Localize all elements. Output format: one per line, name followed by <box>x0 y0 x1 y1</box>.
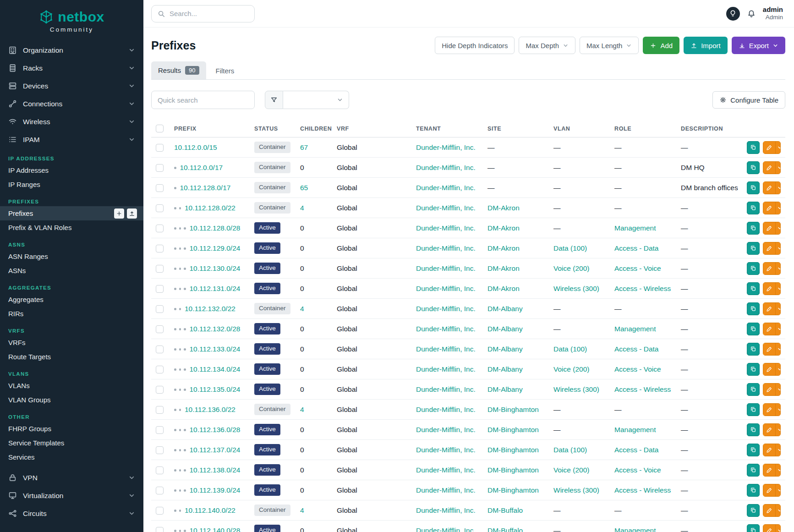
tenant-link[interactable]: Dunder-Mifflin, Inc. <box>416 264 476 272</box>
edit-button[interactable] <box>763 404 775 416</box>
edit-dropdown-button[interactable] <box>775 384 781 395</box>
edit-dropdown-button[interactable] <box>775 182 781 194</box>
edit-dropdown-button[interactable] <box>775 222 781 234</box>
copy-button[interactable] <box>747 504 760 517</box>
copy-button[interactable] <box>747 343 760 356</box>
sidebar-item-racks[interactable]: Racks <box>0 59 143 77</box>
sidebar-item-devices[interactable]: Devices <box>0 77 143 95</box>
sidebar-item-ip-ranges[interactable]: IP Ranges <box>0 177 143 192</box>
row-checkbox[interactable] <box>156 285 164 293</box>
export-button[interactable]: Export <box>732 37 785 54</box>
tenant-link[interactable]: Dunder-Mifflin, Inc. <box>416 406 476 413</box>
copy-button[interactable] <box>747 141 760 154</box>
value-filter-select[interactable] <box>283 91 349 109</box>
copy-button[interactable] <box>747 282 760 295</box>
edit-dropdown-button[interactable] <box>775 363 781 375</box>
prefix-link[interactable]: 10.112.128.0/17 <box>180 184 231 192</box>
sidebar-item-ip-addresses[interactable]: IP Addresses <box>0 163 143 177</box>
tenant-link[interactable]: Dunder-Mifflin, Inc. <box>416 143 476 151</box>
edit-dropdown-button[interactable] <box>775 162 781 174</box>
notifications-bell-icon[interactable] <box>747 9 756 18</box>
role-link[interactable]: Management <box>614 224 656 232</box>
edit-button[interactable] <box>763 202 775 214</box>
edit-button[interactable] <box>763 162 775 174</box>
prefix-link[interactable]: 10.112.140.0/22 <box>185 506 235 514</box>
edit-button[interactable] <box>763 323 775 335</box>
role-link[interactable]: Management <box>614 426 656 433</box>
sidebar-item-ipam[interactable]: IPAM <box>0 131 143 148</box>
prefix-link[interactable]: 10.112.140.0/28 <box>190 527 241 532</box>
tenant-link[interactable]: Dunder-Mifflin, Inc. <box>416 305 476 313</box>
copy-button[interactable] <box>747 383 760 396</box>
user-menu[interactable]: admin Admin <box>763 5 783 21</box>
tenant-link[interactable]: Dunder-Mifflin, Inc. <box>416 204 476 212</box>
copy-button[interactable] <box>747 222 760 235</box>
sidebar-item-vlan-groups[interactable]: VLAN Groups <box>0 393 143 407</box>
prefix-link[interactable]: 10.112.132.0/22 <box>185 305 235 313</box>
copy-button[interactable] <box>747 363 760 376</box>
edit-button[interactable] <box>763 505 775 516</box>
edit-button[interactable] <box>763 182 775 194</box>
quick-import-button[interactable] <box>127 208 137 219</box>
role-link[interactable]: Access - Data <box>614 244 658 252</box>
row-checkbox[interactable] <box>156 527 164 532</box>
role-link[interactable]: Access - Data <box>614 446 658 454</box>
edit-button[interactable] <box>763 363 775 375</box>
site-link[interactable]: DM-Akron <box>487 224 520 232</box>
row-checkbox[interactable] <box>156 144 164 152</box>
row-checkbox[interactable] <box>156 487 164 494</box>
edit-button[interactable] <box>763 424 775 436</box>
tenant-link[interactable]: Dunder-Mifflin, Inc. <box>416 224 476 232</box>
edit-button[interactable] <box>763 142 775 154</box>
prefix-link[interactable]: 10.112.0.0/15 <box>174 143 217 151</box>
sidebar-item-organization[interactable]: Organization <box>0 41 143 59</box>
tenant-link[interactable]: Dunder-Mifflin, Inc. <box>416 164 476 171</box>
edit-button[interactable] <box>763 484 775 496</box>
row-checkbox[interactable] <box>156 446 164 454</box>
site-link[interactable]: DM-Albany <box>487 385 523 393</box>
edit-dropdown-button[interactable] <box>775 505 781 516</box>
vlan-link[interactable]: Voice (200) <box>553 466 589 474</box>
vlan-link[interactable]: Voice (200) <box>553 264 589 272</box>
row-checkbox[interactable] <box>156 426 164 434</box>
theme-toggle-button[interactable] <box>726 7 740 21</box>
tenant-link[interactable]: Dunder-Mifflin, Inc. <box>416 486 476 494</box>
site-link[interactable]: DM-Binghamton <box>487 486 539 494</box>
prefix-link[interactable]: 10.112.134.0/24 <box>190 365 241 373</box>
tenant-link[interactable]: Dunder-Mifflin, Inc. <box>416 285 476 292</box>
sidebar-item-vrfs[interactable]: VRFs <box>0 335 143 350</box>
row-checkbox[interactable] <box>156 507 164 515</box>
sidebar-item-aggregates[interactable]: Aggregates <box>0 292 143 307</box>
edit-dropdown-button[interactable] <box>775 283 781 295</box>
sidebar-item-wireless[interactable]: Wireless <box>0 113 143 131</box>
sidebar-item-fhrp-groups[interactable]: FHRP Groups <box>0 422 143 436</box>
edit-button[interactable] <box>763 222 775 234</box>
prefix-link[interactable]: 10.112.130.0/24 <box>190 264 241 272</box>
prefix-link[interactable]: 10.112.135.0/24 <box>190 385 241 393</box>
sidebar-item-asns[interactable]: ASNs <box>0 263 143 278</box>
brand[interactable]: netbox Community <box>0 0 143 38</box>
prefix-link[interactable]: 10.112.128.0/22 <box>185 204 235 212</box>
copy-button[interactable] <box>747 464 760 477</box>
site-link[interactable]: DM-Binghamton <box>487 466 539 474</box>
copy-button[interactable] <box>747 262 760 275</box>
role-link[interactable]: Access - Data <box>614 345 658 353</box>
edit-dropdown-button[interactable] <box>775 303 781 315</box>
edit-button[interactable] <box>763 263 775 274</box>
copy-button[interactable] <box>747 181 760 194</box>
tab-filters[interactable]: Filters <box>209 62 241 79</box>
edit-button[interactable] <box>763 303 775 315</box>
vlan-link[interactable]: Voice (200) <box>553 365 589 373</box>
copy-button[interactable] <box>747 444 760 456</box>
copy-button[interactable] <box>747 323 760 335</box>
edit-dropdown-button[interactable] <box>775 343 781 355</box>
edit-dropdown-button[interactable] <box>775 142 781 154</box>
role-link[interactable]: Management <box>614 527 656 532</box>
role-link[interactable]: Access - Voice <box>614 365 661 373</box>
configure-table-button[interactable]: Configure Table <box>712 91 785 109</box>
tenant-link[interactable]: Dunder-Mifflin, Inc. <box>416 446 476 454</box>
tenant-link[interactable]: Dunder-Mifflin, Inc. <box>416 385 476 393</box>
sidebar-item-route-targets[interactable]: Route Targets <box>0 350 143 364</box>
site-link[interactable]: DM-Albany <box>487 365 523 373</box>
row-checkbox[interactable] <box>156 386 164 394</box>
